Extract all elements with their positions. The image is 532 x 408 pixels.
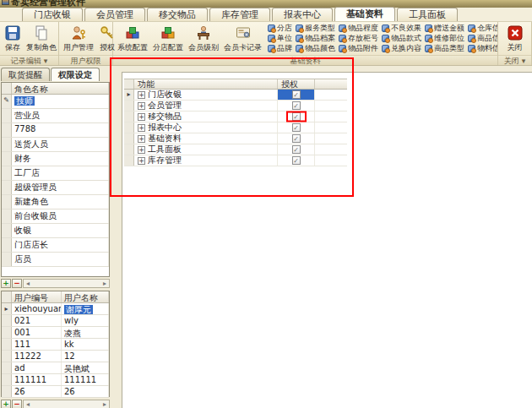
ribbon-small-物品款式[interactable]: 物品款式 [380,33,423,43]
ribbon-small-物品档案[interactable]: 物品档案 [294,33,337,43]
ribbon-small-物品附件[interactable]: 物品附件 [337,43,380,53]
authorize-cell[interactable]: ✓ [278,101,315,111]
user-row[interactable]: 2626 [2,386,109,398]
expand-plus-icon[interactable]: + [138,113,145,121]
checkbox-checked-icon[interactable]: ✓ [292,134,301,143]
expand-plus-icon[interactable]: + [138,146,145,154]
user-name-cell[interactable]: 12 [62,351,109,362]
permission-row[interactable]: +会员管理✓ [124,101,347,112]
ribbon-small-商品类型[interactable]: 商品类型 [423,43,466,53]
user-row[interactable]: 021wly [2,315,109,327]
checkbox-checked-icon[interactable]: ✓ [292,90,301,99]
user-id-header[interactable]: 用户编号 [12,291,62,302]
tab-移交物品[interactable]: 移交物品 [147,8,208,21]
role-name-cell[interactable]: 前台收银员 [12,209,109,223]
function-cell[interactable]: +报表中心 [134,122,278,133]
role-name-cell[interactable]: 门店店长 [12,238,109,252]
function-header[interactable]: 功能 [134,79,278,89]
function-cell[interactable]: +移交物品 [134,112,278,122]
permission-row[interactable]: +工具面板✓ [124,144,347,155]
role-name-header[interactable]: 角色名称 [12,83,109,94]
permission-row[interactable]: +移交物品✓ [124,112,347,122]
role-row[interactable]: 7788 [2,123,109,138]
role-row[interactable]: 超级管理员 [2,181,109,195]
role-name-cell[interactable]: 超级管理员 [12,181,109,194]
role-row[interactable]: 新建角色 [2,195,109,209]
user-name-cell[interactable]: kk [62,339,109,350]
checkbox-checked-icon[interactable]: ✓ [292,101,301,110]
user-row[interactable]: 111111111111 [2,374,109,386]
ribbon-small-维修部位[interactable]: 维修部位 [423,33,466,43]
expand-plus-icon[interactable]: + [138,135,145,143]
panel-tab-取货提醒[interactable]: 取货提醒 [1,68,50,81]
role-name-cell[interactable]: 营业员 [12,109,109,122]
scroll-left-icon[interactable]: ◂ [24,400,32,408]
ribbon-small-物品程度[interactable]: 物品程度 [337,23,380,33]
user-name-cell[interactable]: 26 [62,386,109,397]
tab-会员管理[interactable]: 会员管理 [84,8,145,21]
ribbon-small-单位[interactable]: 单位 [266,33,294,43]
checkbox-checked-icon[interactable]: ✓ [292,145,301,154]
ribbon-small-兑换内容[interactable]: 兑换内容 [380,43,423,53]
user-name-cell[interactable]: 111111 [62,374,109,385]
ribbon-small-商品信息[interactable]: 商品信息 [466,33,498,43]
ribbon-small-存放柜号[interactable]: 存放柜号 [337,33,380,43]
ribbon-small-物品颜色[interactable]: 物品颜色 [294,43,337,53]
user-name-header[interactable]: 用户名称 [62,291,109,302]
user-row[interactable]: 111kk [2,339,109,351]
user-name-cell[interactable]: 凌燕 [62,327,109,338]
user-id-cell[interactable]: 001 [12,327,62,338]
permission-row[interactable]: ▸+门店收银✓ [124,90,347,101]
user-row[interactable]: 001凌燕 [2,327,109,339]
role-row[interactable]: 收银 [2,224,109,238]
ribbon-small-仓库信息[interactable]: 仓库信息 [466,23,498,33]
tab-报表中心[interactable]: 报表中心 [272,8,333,21]
role-row[interactable]: 送货人员 [2,138,109,152]
permission-row[interactable]: +库存管理✓ [124,155,347,166]
group-caption-close[interactable]: 关闭 ▾ [498,55,531,65]
tab-库存管理[interactable]: 库存管理 [209,8,270,21]
function-cell[interactable]: +门店收银 [134,90,278,100]
authorize-cell[interactable]: ✓ [278,144,315,155]
scroll-right-icon[interactable]: ▸ [100,280,109,287]
user-id-cell[interactable]: 111 [12,339,62,350]
user-name-cell[interactable]: wly [62,315,109,326]
user-scrollbar[interactable]: ◂ ▸ [23,400,110,408]
close-button[interactable]: 关闭 [504,23,526,55]
tab-工具面板[interactable]: 工具面板 [397,8,458,21]
role-name-cell[interactable]: 工厂店 [12,166,109,180]
ribbon-small-品牌[interactable]: 品牌 [266,43,294,53]
group-caption-user-rights[interactable]: 用户权限 [59,55,112,65]
user-name-cell[interactable]: 谢厚元 [62,303,109,314]
function-cell[interactable]: +基础资料 [134,133,278,144]
scroll-left-icon[interactable]: ◂ [24,280,32,287]
role-name-cell[interactable]: 7788 [12,123,109,137]
expand-plus-icon[interactable]: + [138,157,145,165]
user-row[interactable]: ▸xiehouyuan谢厚元 [2,303,109,315]
role-scrollbar[interactable]: ◂ ▸ [23,279,110,288]
authorize-cell[interactable]: ✓ [278,112,315,122]
role-name-cell[interactable]: 财务 [12,152,109,166]
ribbon-small-物料信息[interactable]: 物料信息 [466,43,498,53]
user-row[interactable]: 1122212 [2,351,109,362]
role-name-cell[interactable]: 收银 [12,224,109,237]
user-id-cell[interactable]: 111111 [12,374,62,385]
role-row[interactable]: 营业员 [2,109,109,123]
group-caption-record-edit[interactable]: 记录编辑 ▾ [0,55,58,65]
system-config-button[interactable]: 系统配置 [115,23,150,55]
add-role-button[interactable]: + [1,279,11,288]
authorize-header[interactable]: 授权 [278,79,315,89]
delete-user-button[interactable]: − [12,400,22,408]
function-cell[interactable]: +库存管理 [134,155,278,166]
expand-plus-icon[interactable]: + [138,91,145,99]
tab-门店收银[interactable]: 门店收银 [22,8,83,21]
ribbon-small-分店[interactable]: 分店 [266,23,294,33]
user-id-cell[interactable]: 021 [12,315,62,326]
expand-plus-icon[interactable]: + [138,102,145,110]
tab-基础资料[interactable]: 基础资料 [334,7,395,21]
checkbox-checked-icon[interactable]: ✓ [292,112,301,121]
authorize-cell[interactable]: ✓ [278,90,315,100]
function-cell[interactable]: +会员管理 [134,101,278,111]
user-name-cell[interactable]: 吴艳斌 [62,362,109,373]
role-name-cell[interactable]: 技师 [12,95,109,108]
